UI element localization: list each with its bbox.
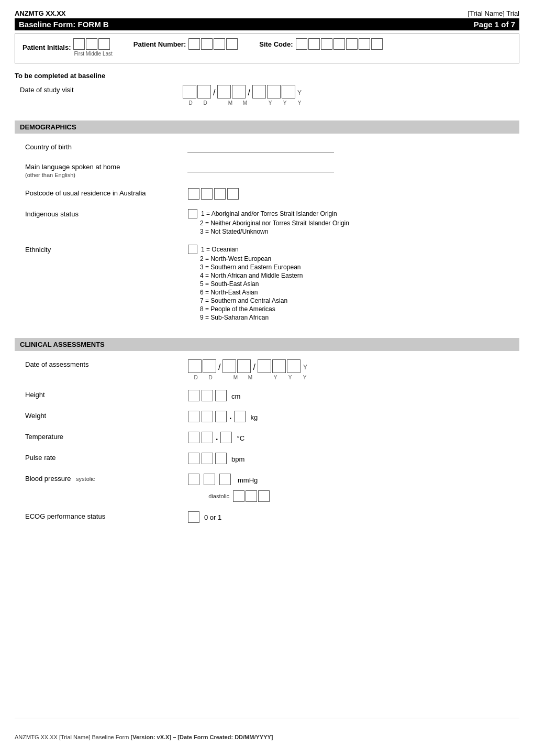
main-language-input (187, 162, 334, 172)
assess-y3[interactable] (287, 359, 301, 373)
bp-dia-2[interactable] (246, 490, 257, 502)
date-y3[interactable] (282, 85, 295, 98)
assess-y1[interactable] (258, 359, 271, 373)
date-sep-1: / (213, 88, 215, 98)
indigenous-option-3: 3 = Not Stated/Unknown (187, 228, 268, 235)
height-unit: cm (231, 391, 240, 400)
ecog-value: 0 or 1 (204, 513, 221, 521)
demographics-section: DEMOGRAPHICS Country of birth Main langu… (15, 118, 519, 336)
indigenous-label-1: 1 = Aboriginal and/or Torres Strait Isla… (201, 210, 337, 217)
site-code-6[interactable] (359, 38, 370, 50)
bp-input: mmHg diastolic (187, 474, 270, 502)
ethnicity-label-3: 3 = Southern and Eastern European (200, 264, 301, 271)
bp-diastolic-label: diastolic (187, 493, 229, 499)
initials-middle[interactable] (86, 38, 97, 50)
form-title-bar: Baseline Form: FORM B Page 1 of 7 (15, 18, 519, 30)
ethnicity-option-6: 6 = North-East Asian (187, 289, 258, 296)
ethnicity-option-9: 9 = Sub-Saharan African (187, 314, 269, 321)
date-m2[interactable] (232, 85, 246, 98)
temp-1[interactable] (188, 432, 199, 443)
m-label-2: M (238, 100, 252, 106)
ethnicity-options: 1 = Oceanian 2 = North-West European 3 =… (187, 245, 303, 321)
weight-dec[interactable] (234, 411, 246, 422)
weight-2[interactable] (202, 411, 213, 422)
bp-unit: mmHg (238, 475, 258, 484)
main-language-field[interactable] (187, 162, 334, 172)
patient-num-4[interactable] (226, 38, 238, 50)
ethnicity-label-9: 9 = Sub-Saharan African (200, 314, 269, 321)
weight-1[interactable] (188, 411, 199, 422)
assess-d2[interactable] (203, 359, 216, 373)
temperature-label: Temperature (25, 432, 187, 441)
height-1[interactable] (188, 390, 199, 401)
postcode-2[interactable] (201, 188, 213, 200)
bp-sys-3[interactable] (219, 474, 231, 485)
height-2[interactable] (202, 390, 213, 401)
postcode-3[interactable] (214, 188, 226, 200)
initials-first[interactable] (73, 38, 85, 50)
site-code-1[interactable] (296, 38, 307, 50)
bp-systolic-label: systolic (76, 476, 95, 482)
bp-diastolic-row: diastolic (187, 490, 270, 502)
assess-d-lbl-2: D (203, 375, 218, 380)
main-language-label: Main language spoken at home (other than… (25, 162, 187, 179)
bp-dia-3[interactable] (258, 490, 270, 502)
m-label-1: M (223, 100, 238, 106)
patient-num-3[interactable] (214, 38, 225, 50)
date-y1[interactable] (252, 85, 266, 98)
assess-y4-label: Y (303, 364, 307, 373)
patient-info-row: Patient Initials: First Middle Last Pati… (15, 34, 519, 63)
assess-y-lbl-1: Y (268, 375, 283, 380)
height-label: Height (25, 390, 187, 399)
bp-sys-2[interactable] (204, 474, 215, 485)
indigenous-box-1[interactable] (188, 209, 197, 218)
country-of-birth-field[interactable] (187, 142, 334, 152)
site-code-5[interactable] (346, 38, 358, 50)
date-study-visit-row: Date of study visit / / (20, 85, 519, 106)
trial-name: [Trial Name] Trial (468, 9, 519, 17)
date-d2[interactable] (197, 85, 211, 98)
date-m1[interactable] (217, 85, 231, 98)
date-d1[interactable] (183, 85, 196, 98)
assess-y-lbl-2: Y (283, 375, 297, 380)
weight-3[interactable] (215, 411, 227, 422)
temp-2[interactable] (202, 432, 213, 443)
assess-d1[interactable] (188, 359, 202, 373)
date-study-visit-label: Date of study visit (20, 85, 182, 94)
height-row: Height cm (25, 390, 514, 401)
pulse-1[interactable] (188, 453, 199, 464)
initials-last[interactable] (98, 38, 110, 50)
assess-y2[interactable] (272, 359, 286, 373)
patient-num-1[interactable] (188, 38, 200, 50)
initials-sub-label: First Middle Last (74, 51, 112, 57)
height-3[interactable] (215, 390, 227, 401)
weight-label: Weight (25, 411, 187, 420)
bp-dia-1[interactable] (233, 490, 244, 502)
bp-sys-1[interactable] (188, 474, 199, 485)
temp-dec[interactable] (220, 432, 232, 443)
y-label-1: Y (263, 100, 277, 106)
pulse-3[interactable] (215, 453, 227, 464)
date-study-visit-input: / / Y (182, 85, 427, 106)
ethnicity-label-4: 4 = North African and Middle Eastern (200, 272, 303, 279)
ecog-box[interactable] (188, 511, 199, 523)
site-code-7[interactable] (371, 38, 383, 50)
pulse-2[interactable] (202, 453, 213, 464)
y-label-2: Y (277, 100, 292, 106)
assessment-date-group: / / Y (187, 359, 307, 373)
weight-dot: . (229, 412, 231, 421)
ethnicity-box-1[interactable] (188, 245, 197, 254)
site-code-4[interactable] (333, 38, 345, 50)
height-input: cm (187, 390, 240, 401)
patient-num-2[interactable] (201, 38, 213, 50)
footer-bold: [Version: vX.X] – [Date Form Created: DD… (130, 734, 273, 740)
date-y2[interactable] (267, 85, 281, 98)
site-code-2[interactable] (308, 38, 320, 50)
postcode-1[interactable] (188, 188, 199, 200)
site-code-3[interactable] (321, 38, 332, 50)
assess-m2[interactable] (237, 359, 251, 373)
patient-initials-label: Patient Initials: (23, 43, 71, 51)
ethnicity-label-1: 1 = Oceanian (201, 246, 239, 253)
postcode-4[interactable] (227, 188, 239, 200)
assess-m1[interactable] (222, 359, 236, 373)
